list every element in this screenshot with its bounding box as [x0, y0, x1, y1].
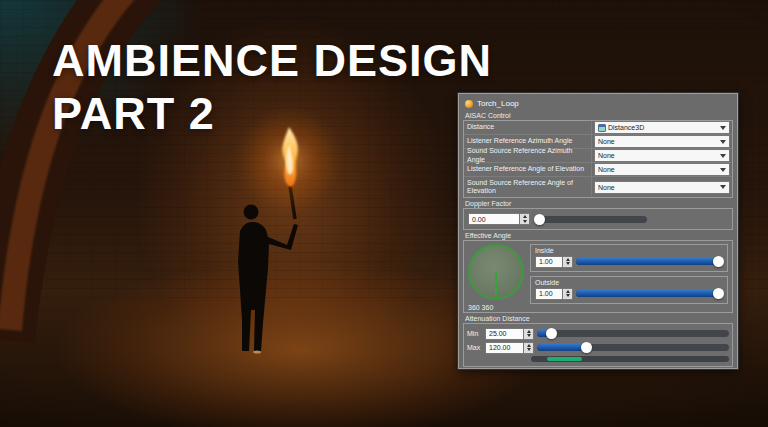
inside-spinner[interactable]: 1.00 — [535, 256, 573, 268]
aisac-tool-panel: Torch_Loop AISAC Control Distance Distan… — [458, 93, 738, 369]
spinner-buttons[interactable] — [520, 213, 530, 225]
attenuation-range-row — [467, 356, 729, 362]
spinner-up-icon — [527, 330, 531, 333]
slider-thumb[interactable] — [546, 328, 557, 339]
chevron-down-icon — [720, 126, 726, 130]
slider-thumb[interactable] — [713, 256, 724, 267]
shoe-highlight — [253, 350, 261, 353]
row-label: Sound Source Reference Azimuth Angle — [464, 149, 591, 162]
page-title: AMBIENCE DESIGN PART 2 — [52, 34, 492, 140]
panel-header: Torch_Loop — [465, 97, 733, 110]
dropdown-value: None — [598, 138, 615, 145]
inside-value[interactable]: 1.00 — [535, 256, 563, 268]
outside-group-box: Outside 1.00 — [530, 276, 728, 304]
max-spinner[interactable]: 120.00 — [485, 342, 534, 354]
max-distance-slider[interactable] — [537, 341, 729, 354]
spinner-down-icon — [566, 262, 570, 265]
inside-slider[interactable] — [576, 255, 723, 268]
aisac-group-box: Distance Distance3D Listener Reference A… — [463, 120, 733, 198]
spinner-down-icon — [527, 334, 531, 337]
listener-azimuth-dropdown[interactable]: None — [594, 135, 730, 148]
outside-value[interactable]: 1.00 — [535, 288, 563, 300]
max-label: Max — [467, 344, 482, 351]
min-label: Min — [467, 330, 482, 337]
spinner-up-icon — [523, 215, 527, 218]
spinner-up-icon — [527, 344, 531, 347]
person-silhouette — [238, 205, 298, 354]
spinner-down-icon — [527, 348, 531, 351]
outside-label: Outside — [535, 279, 723, 286]
aisac-row-distance: Distance Distance3D — [464, 121, 732, 135]
source-elevation-dropdown[interactable]: None — [594, 181, 730, 194]
aisac-row-source-elevation: Sound Source Reference Angle of Elevatio… — [464, 177, 732, 197]
dropdown-value: None — [598, 152, 615, 159]
slider-fill — [576, 290, 723, 297]
dropdown-value: None — [598, 166, 615, 173]
doppler-slider[interactable] — [535, 213, 647, 226]
outside-spinner[interactable]: 1.00 — [535, 288, 573, 300]
effective-angle-group-label: Effective Angle — [465, 232, 733, 239]
aisac-row-listener-elevation: Listener Reference Angle of Elevation No… — [464, 163, 732, 177]
min-spinner[interactable]: 25.00 — [485, 328, 534, 340]
chevron-down-icon — [720, 168, 726, 172]
aisac-group-label: AISAC Control — [465, 112, 733, 119]
effective-angle-group-box: 360 360 Inside 1.00 — [463, 240, 733, 313]
row-label: Sound Source Reference Angle of Elevatio… — [464, 177, 591, 197]
cue-icon — [465, 100, 473, 108]
row-label: Distance — [464, 121, 591, 134]
screenshot-root: AMBIENCE DESIGN PART 2 Torch_Loop AISAC … — [0, 0, 768, 427]
doppler-spinner[interactable]: 0.00 — [468, 213, 530, 225]
spinner-up-icon — [566, 258, 570, 261]
title-line-2: PART 2 — [52, 87, 492, 140]
aisac-curve-icon — [598, 124, 606, 132]
chevron-down-icon — [720, 154, 726, 158]
effective-angle-widget[interactable] — [468, 244, 524, 300]
min-value[interactable]: 25.00 — [485, 328, 524, 340]
chevron-down-icon — [720, 185, 726, 189]
attenuation-group-label: Attenuation Distance — [465, 315, 733, 322]
source-azimuth-dropdown[interactable]: None — [594, 149, 730, 162]
min-distance-slider[interactable] — [537, 327, 729, 340]
spinner-buttons[interactable] — [563, 288, 573, 300]
title-line-1: AMBIENCE DESIGN — [52, 34, 492, 87]
attenuation-group-box: Min 25.00 Max 120.00 — [463, 323, 733, 367]
inside-group-box: Inside 1.00 — [530, 244, 728, 272]
spinner-down-icon — [566, 294, 570, 297]
slider-thumb[interactable] — [713, 288, 724, 299]
slider-fill — [576, 258, 723, 265]
outside-slider[interactable] — [576, 287, 723, 300]
spinner-down-icon — [523, 220, 527, 223]
cue-name: Torch_Loop — [477, 99, 519, 108]
slider-thumb[interactable] — [534, 214, 545, 225]
inside-label: Inside — [535, 247, 723, 254]
slider-track — [535, 216, 647, 223]
chevron-down-icon — [720, 140, 726, 144]
attenuation-range-fill — [547, 357, 583, 361]
max-value[interactable]: 120.00 — [485, 342, 524, 354]
doppler-value[interactable]: 0.00 — [468, 213, 520, 225]
doppler-group-label: Doppler Factor — [465, 200, 733, 207]
row-label: Listener Reference Azimuth Angle — [464, 135, 591, 148]
row-label: Listener Reference Angle of Elevation — [464, 163, 591, 176]
angle-readout: 360 360 — [468, 304, 493, 311]
aisac-row-source-azimuth: Sound Source Reference Azimuth Angle Non… — [464, 149, 732, 163]
spinner-buttons[interactable] — [563, 256, 573, 268]
attenuation-max-row: Max 120.00 — [467, 341, 729, 354]
spinner-buttons[interactable] — [524, 342, 534, 354]
attenuation-min-row: Min 25.00 — [467, 327, 729, 340]
slider-thumb[interactable] — [581, 342, 592, 353]
slider-fill — [537, 344, 587, 351]
distance-dropdown[interactable]: Distance3D — [594, 121, 730, 134]
spinner-up-icon — [566, 290, 570, 293]
spinner-buttons[interactable] — [524, 328, 534, 340]
listener-elevation-dropdown[interactable]: None — [594, 163, 730, 176]
slider-track — [537, 330, 729, 337]
doppler-group-box: 0.00 — [463, 208, 733, 230]
attenuation-range-bar — [531, 356, 729, 362]
dropdown-value: None — [598, 184, 615, 191]
dropdown-value: Distance3D — [608, 124, 644, 131]
